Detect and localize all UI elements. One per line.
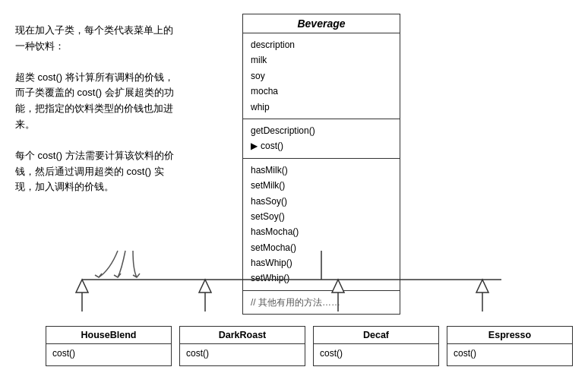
method-cost: cost()	[261, 138, 283, 153]
method-setmocha: setMocha()	[251, 240, 392, 255]
svg-marker-5	[199, 280, 211, 293]
subclasses-row: HouseBlend cost() DarkRoast cost() Decaf…	[46, 326, 573, 366]
subclass-houseblend: HouseBlend cost()	[46, 326, 172, 366]
method-setsoy: setSoy()	[251, 209, 392, 224]
svg-marker-3	[76, 280, 88, 293]
subclass-houseblend-method: cost()	[46, 344, 171, 365]
beverage-class-box: Beverage description milk soy mocha whip…	[242, 14, 400, 315]
subclass-darkroast-title: DarkRoast	[180, 327, 305, 344]
method-hasmilk: hasMilk()	[251, 163, 392, 178]
subclass-decaf-method: cost()	[314, 344, 438, 365]
text-block-2: 超类 cost() 将计算所有调料的价钱，而子类覆盖的 cost() 会扩展超类…	[15, 70, 175, 133]
svg-marker-9	[476, 280, 488, 293]
subclass-decaf: Decaf cost()	[313, 326, 439, 366]
method-hassoy: hasSoy()	[251, 194, 392, 209]
method-cost-with-arrow: ▶ cost()	[251, 138, 392, 153]
text-block-1: 现在加入子类，每个类代表菜单上的一种饮料：	[15, 23, 175, 55]
method-setwhip: setWhip()	[251, 270, 392, 286]
main-container: 现在加入子类，每个类代表菜单上的一种饮料： 超类 cost() 将计算所有调料的…	[0, 0, 588, 389]
text-block-3: 每个 cost() 方法需要计算该饮料的价钱，然后通过调用超类的 cost() …	[15, 148, 175, 195]
comment-text: // 其他有用的方法……	[251, 295, 392, 310]
method-haswhip: hasWhip()	[251, 255, 392, 270]
beverage-top-methods: getDescription() ▶ cost()	[243, 119, 400, 159]
beverage-comment: // 其他有用的方法……	[243, 291, 400, 314]
field-description: description	[251, 37, 392, 52]
field-soy: soy	[251, 68, 392, 84]
beverage-fields: description milk soy mocha whip	[243, 33, 400, 119]
field-mocha: mocha	[251, 84, 392, 99]
subclass-espresso: Espresso cost()	[447, 326, 573, 366]
subclass-decaf-title: Decaf	[314, 327, 438, 344]
method-getdescription: getDescription()	[251, 123, 392, 138]
method-setmilk: setMilk()	[251, 178, 392, 193]
field-milk: milk	[251, 52, 392, 68]
field-whip: whip	[251, 100, 392, 115]
subclass-darkroast-method: cost()	[180, 344, 305, 365]
left-text-area: 现在加入子类，每个类代表菜单上的一种饮料： 超类 cost() 将计算所有调料的…	[15, 23, 175, 195]
beverage-condiment-methods: hasMilk() setMilk() hasSoy() setSoy() ha…	[243, 159, 400, 291]
beverage-class-title: Beverage	[243, 14, 400, 33]
arrow-indicator: ▶	[251, 138, 258, 153]
subclass-espresso-title: Espresso	[447, 327, 572, 344]
method-hasmocha: hasMocha()	[251, 224, 392, 239]
subclass-espresso-method: cost()	[447, 344, 572, 365]
subclass-darkroast: DarkRoast cost()	[179, 326, 305, 366]
subclass-houseblend-title: HouseBlend	[46, 327, 171, 344]
